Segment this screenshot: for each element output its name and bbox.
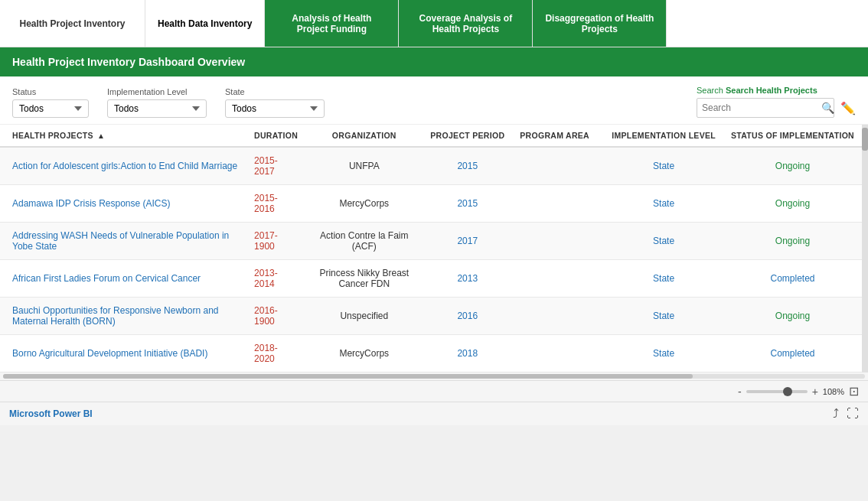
col-duration: Duration bbox=[246, 125, 305, 147]
cell-organization: UNFPA bbox=[305, 147, 423, 185]
zoom-bar: - + 108% ⊡ bbox=[0, 380, 868, 402]
cell-period: 2018 bbox=[423, 335, 512, 372]
health-projects-table: Health Projects ▲ Duration Organization … bbox=[0, 125, 862, 372]
status-filter-label: Status bbox=[12, 87, 89, 96]
cell-period: 2015 bbox=[423, 147, 512, 185]
search-area: Search Search Health Projects 🔍 ✏️ bbox=[697, 86, 856, 118]
impl-level-filter-group: Implementation Level Todos State LGA Nat… bbox=[107, 87, 207, 118]
table-row[interactable]: Action for Adolescent girls:Action to En… bbox=[0, 147, 862, 185]
col-implementation-level: Implementation Level bbox=[604, 125, 723, 147]
search-input[interactable] bbox=[702, 102, 817, 113]
cell-project-name: Action for Adolescent girls:Action to En… bbox=[0, 147, 246, 185]
col-status-implementation: Status of Implementation bbox=[723, 125, 862, 147]
status-filter-group: Status Todos Ongoing Completed bbox=[12, 87, 89, 118]
cell-implementation-level: State bbox=[604, 223, 723, 260]
share-icon-button[interactable]: ⤴ bbox=[833, 407, 839, 421]
state-filter-group: State Todos Adamawa Borno Yobe Bauchi bbox=[225, 87, 325, 118]
search-box: 🔍 bbox=[697, 98, 834, 118]
cell-program-area bbox=[512, 185, 604, 223]
col-program-area: Program Area bbox=[512, 125, 604, 147]
table-container: Health Projects ▲ Duration Organization … bbox=[0, 125, 868, 380]
cell-organization: Unspecified bbox=[305, 298, 423, 335]
zoom-plus-button[interactable]: + bbox=[812, 386, 818, 398]
cell-project-name: Addressing WASH Needs of Vulnerable Popu… bbox=[0, 223, 246, 260]
cell-project-name: African First Ladies Forum on Cervical C… bbox=[0, 260, 246, 298]
dashboard-header: Health Project Inventory Dashboard Overv… bbox=[0, 47, 868, 76]
footer-icons: ⤴ ⛶ bbox=[833, 407, 859, 421]
cell-implementation-level: State bbox=[604, 147, 723, 185]
fullscreen-icon-button[interactable]: ⛶ bbox=[847, 407, 859, 421]
sort-arrow-icon[interactable]: ▲ bbox=[97, 132, 105, 140]
cell-organization: Action Contre la Faim (ACF) bbox=[305, 223, 423, 260]
cell-program-area bbox=[512, 147, 604, 185]
cell-status: Completed bbox=[723, 260, 862, 298]
footer: Microsoft Power BI ⤴ ⛶ bbox=[0, 402, 868, 425]
zoom-level-label: 108% bbox=[823, 387, 844, 396]
cell-program-area bbox=[512, 260, 604, 298]
tab-health-project-inventory[interactable]: Health Project Inventory bbox=[0, 0, 145, 47]
state-filter-select[interactable]: Todos Adamawa Borno Yobe Bauchi bbox=[225, 99, 325, 118]
cell-period: 2017 bbox=[423, 223, 512, 260]
powerbi-link[interactable]: Microsoft Power BI bbox=[9, 408, 93, 419]
search-icon-button[interactable]: 🔍 bbox=[821, 102, 834, 114]
status-filter-select[interactable]: Todos Ongoing Completed bbox=[12, 99, 89, 118]
col-project-period: Project Period bbox=[423, 125, 512, 147]
cell-duration: 2016-1900 bbox=[246, 298, 305, 335]
filter-icon-button[interactable]: ✏️ bbox=[840, 101, 856, 115]
cell-implementation-level: State bbox=[604, 185, 723, 223]
nav-bar: Health Project Inventory Health Data Inv… bbox=[0, 0, 868, 47]
zoom-slider[interactable] bbox=[746, 390, 808, 393]
cell-project-name: Adamawa IDP Crisis Response (AICS) bbox=[0, 185, 246, 223]
zoom-slider-thumb[interactable] bbox=[783, 387, 792, 396]
tab-disaggregation[interactable]: Disaggregation of Health Projects bbox=[533, 0, 667, 47]
tab-health-data-inventory[interactable]: Health Data Inventory bbox=[145, 0, 265, 47]
cell-organization: Princess Nikky Breast Cancer FDN bbox=[305, 260, 423, 298]
table-wrapper[interactable]: Health Projects ▲ Duration Organization … bbox=[0, 125, 862, 372]
cell-status: Completed bbox=[723, 335, 862, 372]
col-organization: Organization bbox=[305, 125, 423, 147]
cell-period: 2013 bbox=[423, 260, 512, 298]
table-row[interactable]: African First Ladies Forum on Cervical C… bbox=[0, 260, 862, 298]
cell-project-name: Borno Agricultural Development Initiativ… bbox=[0, 335, 246, 372]
cell-program-area bbox=[512, 223, 604, 260]
table-row[interactable]: Adamawa IDP Crisis Response (AICS) 2015-… bbox=[0, 185, 862, 223]
state-filter-label: State bbox=[225, 87, 325, 96]
cell-period: 2016 bbox=[423, 298, 512, 335]
impl-level-filter-label: Implementation Level bbox=[107, 87, 207, 96]
cell-duration: 2015-2017 bbox=[246, 147, 305, 185]
cell-implementation-level: State bbox=[604, 260, 723, 298]
vertical-scrollbar[interactable] bbox=[862, 125, 868, 372]
filters-row: Status Todos Ongoing Completed Implement… bbox=[0, 76, 868, 125]
cell-implementation-level: State bbox=[604, 298, 723, 335]
horizontal-scroll-thumb[interactable] bbox=[3, 374, 693, 379]
cell-status: Ongoing bbox=[723, 185, 862, 223]
cell-project-name: Bauchi Opportunities for Responsive Newb… bbox=[0, 298, 246, 335]
horizontal-scroll-track[interactable] bbox=[3, 374, 865, 379]
horizontal-scrollbar-row bbox=[0, 372, 868, 380]
tab-coverage-analysis[interactable]: Coverage Analysis of Health Projects bbox=[399, 0, 533, 47]
table-row[interactable]: Addressing WASH Needs of Vulnerable Popu… bbox=[0, 223, 862, 260]
cell-duration: 2013-2014 bbox=[246, 260, 305, 298]
tab-analysis-funding[interactable]: Analysis of Health Project Funding bbox=[265, 0, 399, 47]
table-row[interactable]: Bauchi Opportunities for Responsive Newb… bbox=[0, 298, 862, 335]
cell-status: Ongoing bbox=[723, 298, 862, 335]
cell-duration: 2017-1900 bbox=[246, 223, 305, 260]
cell-program-area bbox=[512, 335, 604, 372]
cell-duration: 2015-2016 bbox=[246, 185, 305, 223]
cell-organization: MercyCorps bbox=[305, 185, 423, 223]
cell-implementation-level: State bbox=[604, 335, 723, 372]
col-health-projects: Health Projects ▲ bbox=[0, 125, 246, 147]
cell-duration: 2018-2020 bbox=[246, 335, 305, 372]
scrollbar-thumb[interactable] bbox=[862, 128, 868, 151]
search-label: Search Search Health Projects bbox=[697, 86, 856, 95]
impl-level-filter-select[interactable]: Todos State LGA National bbox=[107, 99, 207, 118]
cell-program-area bbox=[512, 298, 604, 335]
cell-organization: MercyCorps bbox=[305, 335, 423, 372]
fit-to-screen-icon[interactable]: ⊡ bbox=[849, 384, 859, 399]
table-header-row: Health Projects ▲ Duration Organization … bbox=[0, 125, 862, 147]
cell-status: Ongoing bbox=[723, 223, 862, 260]
cell-period: 2015 bbox=[423, 185, 512, 223]
cell-status: Ongoing bbox=[723, 147, 862, 185]
zoom-minus-button[interactable]: - bbox=[738, 386, 742, 398]
table-row[interactable]: Borno Agricultural Development Initiativ… bbox=[0, 335, 862, 372]
